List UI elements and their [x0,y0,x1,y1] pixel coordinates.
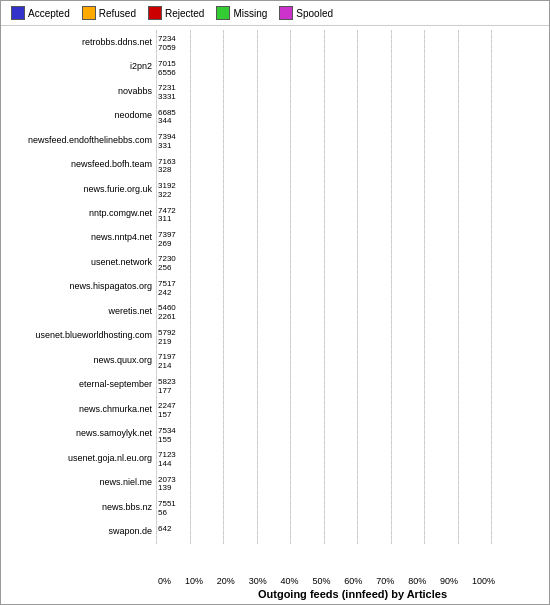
bar-row: 7472311 [156,201,491,225]
x-tick-label: 30% [249,576,267,586]
legend-item: Accepted [11,6,70,20]
x-ticks: 0%10%20%30%40%50%60%70%80%90%100% [156,576,497,586]
bar-value-label: 6685344 [158,109,176,127]
bar-row: 7230256 [156,250,491,274]
bar-row: 5792219 [156,324,491,348]
y-label: i2pn2 [5,62,152,71]
legend-item: Missing [216,6,267,20]
bar-row: 2073139 [156,470,491,494]
y-label: novabbs [5,87,152,96]
bar-row: 7394331 [156,128,491,152]
bar-row: 7397269 [156,226,491,250]
bar-row: 7517242 [156,275,491,299]
legend-color-box [82,6,96,20]
bar-row: 72347059 [156,30,491,54]
x-tick-label: 0% [158,576,171,586]
y-label: news.chmurka.net [5,405,152,414]
legend-item: Spooled [279,6,333,20]
x-tick-label: 90% [440,576,458,586]
bar-value-label: 7397269 [158,231,176,249]
x-tick-label: 20% [217,576,235,586]
bar-row: 2247157 [156,397,491,421]
legend-color-box [11,6,25,20]
legend-label: Rejected [165,8,204,19]
bar-value-label: 7197214 [158,353,176,371]
x-tick-label: 40% [281,576,299,586]
bar-value-label: 7394331 [158,133,176,151]
y-label: neodome [5,111,152,120]
bar-value-label: 7123144 [158,451,176,469]
bar-value-label: 72347059 [158,35,176,53]
legend-label: Accepted [28,8,70,19]
bar-row: 755156 [156,495,491,519]
x-axis: 0%10%20%30%40%50%60%70%80%90%100% Outgoi… [1,574,549,604]
bar-value-label: 7230256 [158,255,176,273]
legend-label: Refused [99,8,136,19]
bar-value-label: 2073139 [158,476,176,494]
y-label: nntp.comgw.net [5,209,152,218]
bar-row: 7123144 [156,446,491,470]
bar-value-label: 642 [158,525,171,534]
bar-value-label: 72313331 [158,84,176,102]
bar-row: 5823177 [156,373,491,397]
chart-area: retrobbs.ddns.neti2pn2novabbsneodomenews… [1,26,549,574]
chart-container: AcceptedRefusedRejectedMissingSpooled re… [0,0,550,605]
bar-row: 3192322 [156,177,491,201]
x-tick-label: 60% [344,576,362,586]
x-title: Outgoing feeds (innfeed) by Articles [156,586,549,602]
bar-value-label: 3192322 [158,182,176,200]
bar-value-label: 7472311 [158,207,176,225]
y-label: news.samoylyk.net [5,429,152,438]
y-label: retrobbs.ddns.net [5,38,152,47]
y-label: usenet.goja.nl.eu.org [5,454,152,463]
y-labels: retrobbs.ddns.neti2pn2novabbsneodomenews… [1,30,156,544]
y-label: news.nntp4.net [5,233,152,242]
x-tick-label: 50% [312,576,330,586]
bar-value-label: 7534155 [158,427,176,445]
y-label: news.niel.me [5,478,152,487]
legend: AcceptedRefusedRejectedMissingSpooled [1,1,549,26]
bars-wrapper: 7234705970156556723133316685344739433171… [156,30,491,544]
x-tick-label: 10% [185,576,203,586]
bar-row: 72313331 [156,79,491,103]
y-label: weretis.net [5,307,152,316]
bar-row: 70156556 [156,54,491,78]
x-tick-label: 80% [408,576,426,586]
bar-row: 7534155 [156,422,491,446]
y-label: usenet.blueworldhosting.com [5,331,152,340]
bar-value-label: 2247157 [158,402,176,420]
y-label: swapon.de [5,527,152,536]
bar-value-label: 755156 [158,500,176,518]
bars-section: 7234705970156556723133316685344739433171… [156,30,491,544]
bar-value-label: 5823177 [158,378,176,396]
y-label: newsfeed.endofthelinebbs.com [5,136,152,145]
y-label: news.quux.org [5,356,152,365]
y-label: news.bbs.nz [5,503,152,512]
legend-color-box [216,6,230,20]
legend-color-box [279,6,293,20]
y-label: news.furie.org.uk [5,185,152,194]
legend-item: Rejected [148,6,204,20]
y-label: newsfeed.bofh.team [5,160,152,169]
legend-label: Missing [233,8,267,19]
bar-value-label: 54602261 [158,304,176,322]
bar-row: 7163328 [156,152,491,176]
bar-value-label: 70156556 [158,60,176,78]
legend-color-box [148,6,162,20]
bar-row: 54602261 [156,299,491,323]
bar-value-label: 5792219 [158,329,176,347]
bar-row: 7197214 [156,348,491,372]
bar-value-label: 7163328 [158,158,176,176]
grid-line [491,30,492,544]
x-tick-label: 70% [376,576,394,586]
legend-label: Spooled [296,8,333,19]
y-label: eternal-september [5,380,152,389]
bar-row: 642 [156,519,491,543]
bar-value-label: 7517242 [158,280,176,298]
x-tick-label: 100% [472,576,495,586]
y-label: news.hispagatos.org [5,282,152,291]
y-label: usenet.network [5,258,152,267]
legend-item: Refused [82,6,136,20]
bar-row: 6685344 [156,103,491,127]
